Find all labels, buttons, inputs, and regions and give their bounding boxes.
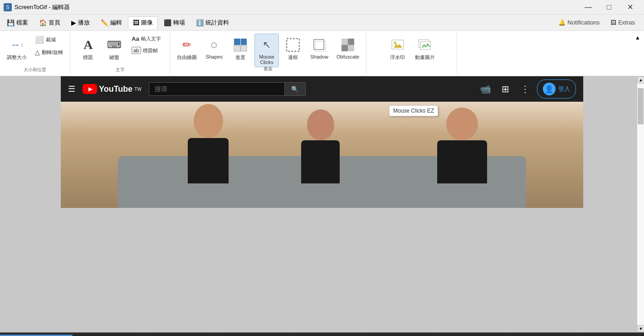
flip-button[interactable]: △ 翻轉/旋轉 <box>32 47 66 58</box>
stats-icon: ℹ️ <box>196 19 204 26</box>
youtube-logo-sup: TW <box>134 87 141 92</box>
svg-rect-3 <box>241 45 247 51</box>
crop-icon: ⬜ <box>35 35 44 44</box>
resize-label: 調整大小 <box>7 54 27 61</box>
youtube-search-button[interactable]: 🔍 <box>284 82 306 96</box>
resize-icon: ↔↕ <box>8 36 26 54</box>
scroll-up-button[interactable]: ▲ <box>637 76 644 84</box>
scroll-down-button[interactable]: ▼ <box>637 325 644 332</box>
menu-home[interactable]: 🏠 首頁 <box>34 16 65 29</box>
svg-rect-7 <box>342 39 348 45</box>
menu-file[interactable]: 💾 檔案 <box>2 16 33 29</box>
obfuscate-button[interactable]: Obfuscate <box>333 34 362 62</box>
scroll-track[interactable] <box>637 84 644 325</box>
menu-bar: 💾 檔案 🏠 首頁 ▶ 播放 ✏️ 編輯 🖼 圖像 ⬛ 轉場 ℹ️ 統計資料 🔔… <box>0 15 644 31</box>
ribbon-group-other: 浮水印 動畫圖片 <box>366 33 457 74</box>
watermark-icon <box>389 36 407 54</box>
shapes-button[interactable]: ○ Shapes <box>202 34 226 62</box>
youtube-more-icon[interactable]: ⋮ <box>517 81 533 97</box>
person-right <box>437 108 487 183</box>
keyboard-label: 鍵盤 <box>109 54 119 61</box>
menu-play-label: 播放 <box>78 19 90 27</box>
youtube-signin-button[interactable]: 👤 登入 <box>537 79 576 99</box>
menu-transition[interactable]: ⬛ 轉場 <box>159 16 190 29</box>
flip-label: 翻轉/旋轉 <box>42 49 63 56</box>
ribbon-text-items: A 標題 ⌨ 鍵盤 Aa 輸入文字 ab 標題幀 <box>76 33 164 67</box>
title-button[interactable]: A 標題 <box>76 34 100 63</box>
maximize-button[interactable]: □ <box>599 0 620 15</box>
flip-icon: △ <box>35 49 40 56</box>
watermark-button[interactable]: 浮水印 <box>385 34 410 63</box>
notifications-button[interactable]: 🔔 Notifications <box>555 17 603 28</box>
youtube-grid-icon[interactable]: ⊞ <box>497 81 513 97</box>
mouseclicks-button[interactable]: ↖ Mouse Clicks <box>254 34 279 67</box>
shapes-label: Shapes <box>205 54 222 59</box>
obfuscate-icon <box>339 36 357 54</box>
extras-button[interactable]: 🖼 Extras <box>607 17 639 28</box>
extras-label: Extras <box>618 19 635 26</box>
youtube-action-icons: 📹 ⊞ ⋮ 👤 登入 <box>477 79 576 99</box>
close-button[interactable]: ✕ <box>620 0 640 15</box>
progress-button[interactable]: 進度 <box>228 34 253 63</box>
ribbon: ↔↕ 調整大小 ⬜ 裁減 △ 翻轉/旋轉 大小和位置 A 標題 <box>0 31 644 76</box>
keyboard-icon: ⌨ <box>105 36 123 54</box>
menu-play[interactable]: ▶ 播放 <box>66 16 95 29</box>
animimage-button[interactable]: 動畫圖片 <box>412 34 438 63</box>
mouseclicks-label: Mouse Clicks <box>259 54 274 65</box>
shadow-icon <box>310 36 328 54</box>
title-bar-controls: — □ ✕ <box>578 0 640 15</box>
menu-image[interactable]: 🖼 圖像 <box>128 16 158 29</box>
ribbon-group-size: ↔↕ 調整大小 ⬜ 裁減 △ 翻轉/旋轉 大小和位置 <box>0 33 70 74</box>
menu-file-label: 檔案 <box>16 19 28 27</box>
ribbon-size-col: ⬜ 裁減 △ 翻轉/旋轉 <box>32 34 66 58</box>
menu-home-label: 首頁 <box>49 19 60 27</box>
youtube-search-area: 🔍 <box>149 82 306 96</box>
resize-button[interactable]: ↔↕ 調整大小 <box>4 34 30 63</box>
crop-button[interactable]: ⬜ 裁減 <box>32 34 66 46</box>
inputtext-label: 輸入文字 <box>141 35 161 42</box>
file-icon: 💾 <box>7 19 15 26</box>
extras-icon: 🖼 <box>610 19 616 26</box>
youtube-search-input[interactable] <box>149 82 284 96</box>
titleframe-label: 標題幀 <box>143 47 158 54</box>
person-center <box>301 109 340 183</box>
hamburger-icon[interactable]: ☰ <box>68 84 75 94</box>
inputtext-button[interactable]: Aa 輸入文字 <box>128 34 164 44</box>
menu-stats-label: 統計資料 <box>205 19 229 27</box>
progress-label: 進度 <box>235 54 245 61</box>
vertical-scrollbar[interactable]: ▲ ▼ <box>637 76 644 332</box>
video-frame: Mouse Clicks EZ <box>61 102 583 208</box>
ribbon-group-cover: ✏ 自由繪圖 ○ Shapes 進度 ↖ Mouse Clicks <box>170 33 366 74</box>
youtube-navbar: ☰ YouTubeTW 🔍 📹 ⊞ ⋮ 👤 登入 <box>61 76 583 102</box>
keyboard-button[interactable]: ⌨ 鍵盤 <box>102 34 127 63</box>
border-button[interactable]: 邊框 <box>281 34 305 63</box>
minimize-button[interactable]: — <box>578 0 599 15</box>
inputtext-icon: Aa <box>132 35 139 42</box>
animimage-label: 動畫圖片 <box>415 54 435 61</box>
size-group-label: 大小和位置 <box>24 67 46 74</box>
filmstrip: YouTube 日本 頻道 050 ms YouTube 日本 頻道 160 m… <box>0 332 644 336</box>
freedraw-button[interactable]: ✏ 自由繪圖 <box>174 34 200 63</box>
ribbon-collapse-button[interactable]: ▲ <box>631 33 644 43</box>
title-bar: S ScreenToGif - 編輯器 — □ ✕ <box>0 0 644 15</box>
shadow-button[interactable]: Shadow <box>307 34 332 62</box>
menu-edit[interactable]: ✏️ 編輯 <box>96 16 127 29</box>
canvas-area: ☰ YouTubeTW 🔍 📹 ⊞ ⋮ 👤 登入 <box>0 76 644 332</box>
menu-stats[interactable]: ℹ️ 統計資料 <box>191 16 234 29</box>
transition-icon: ⬛ <box>164 19 171 26</box>
watermark-label: 浮水印 <box>390 54 405 61</box>
titleframe-button[interactable]: ab 標題幀 <box>128 45 164 56</box>
scroll-thumb[interactable] <box>638 88 644 124</box>
youtube-logo[interactable]: YouTubeTW <box>83 84 141 94</box>
people-area <box>61 102 583 208</box>
notifications-label: Notifications <box>567 19 600 26</box>
svg-rect-0 <box>234 39 240 45</box>
mouseclicks-icon: ↖ <box>258 36 276 54</box>
mouse-clicks-tooltip-text: Mouse Clicks EZ <box>393 108 434 114</box>
app-title: ScreenToGif - 編輯器 <box>15 3 70 11</box>
border-label: 邊框 <box>288 54 298 61</box>
svg-rect-8 <box>348 39 354 45</box>
ribbon-group-text: A 標題 ⌨ 鍵盤 Aa 輸入文字 ab 標題幀 文字 <box>70 33 170 74</box>
youtube-camera-icon[interactable]: 📹 <box>477 81 493 97</box>
shadow-label: Shadow <box>310 54 328 59</box>
